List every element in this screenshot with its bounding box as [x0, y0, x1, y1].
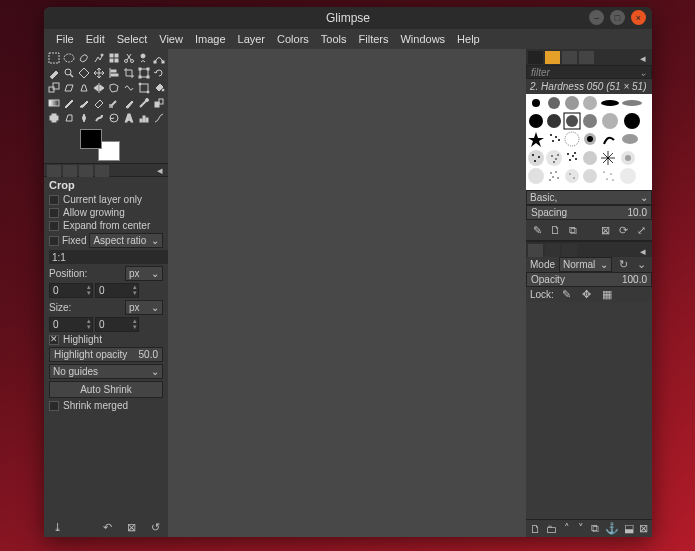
tab-history[interactable] [579, 51, 594, 64]
tab-device-status[interactable] [63, 165, 77, 177]
menu-tools[interactable]: Tools [315, 31, 353, 47]
fg-bg-color[interactable] [80, 129, 120, 161]
tool-flip[interactable] [92, 81, 106, 95]
layers-menu-icon[interactable]: ◂ [636, 244, 650, 258]
menu-filters[interactable]: Filters [353, 31, 395, 47]
tool-scale[interactable] [47, 81, 61, 95]
tool-bucket[interactable] [152, 81, 166, 95]
new-layer-icon[interactable]: 🗋 [530, 522, 541, 536]
tool-foreground-select[interactable] [137, 51, 151, 65]
menu-file[interactable]: File [50, 31, 80, 47]
open-as-image-icon[interactable]: ⤢ [634, 223, 648, 237]
tab-brushes[interactable] [528, 51, 543, 64]
lock-pixels-icon[interactable]: ✎ [560, 288, 574, 302]
menu-image[interactable]: Image [189, 31, 232, 47]
tool-pencil[interactable] [62, 96, 76, 110]
edit-brush-icon[interactable]: ✎ [530, 223, 544, 237]
tab-layers[interactable] [528, 244, 543, 257]
tool-curves[interactable] [152, 111, 166, 125]
mode-chevron-icon[interactable]: ⌄ [634, 258, 648, 272]
chk-current-layer[interactable] [49, 195, 59, 205]
brush-preset-combo[interactable]: Basic, [526, 190, 652, 205]
tool-paintbrush[interactable] [77, 96, 91, 110]
tool-smudge[interactable] [92, 111, 106, 125]
chk-fixed[interactable] [49, 236, 59, 246]
anchor-layer-icon[interactable]: ⚓ [605, 522, 619, 536]
refresh-brush-icon[interactable]: ⟳ [616, 223, 630, 237]
tool-rect-select[interactable] [47, 51, 61, 65]
tool-perspective-clone[interactable] [62, 111, 76, 125]
mode-switch-icon[interactable]: ↻ [616, 258, 630, 272]
titlebar[interactable]: Glimpse – □ × [44, 7, 652, 29]
tool-eraser[interactable] [92, 96, 106, 110]
slider-highlight-opacity[interactable]: Highlight opacity 50.0 [49, 347, 163, 362]
tool-color-select[interactable] [107, 51, 121, 65]
chk-highlight[interactable] [49, 335, 59, 345]
combo-size-unit[interactable]: px [125, 300, 163, 315]
tab-menu-icon[interactable]: ◂ [636, 51, 650, 65]
brush-filter[interactable]: filter⌄ [526, 65, 652, 79]
tool-ellipse-select[interactable] [62, 51, 76, 65]
tool-fuzzy-select[interactable] [92, 51, 106, 65]
menu-select[interactable]: Select [111, 31, 154, 47]
menu-edit[interactable]: Edit [80, 31, 111, 47]
tool-scissors[interactable] [122, 51, 136, 65]
tool-rotate[interactable] [152, 66, 166, 80]
tool-align[interactable] [107, 66, 121, 80]
input-pos-x[interactable]: 0▴▾ [49, 283, 93, 298]
layers-list[interactable] [526, 302, 652, 519]
delete-preset-icon[interactable]: ⊠ [124, 520, 138, 534]
delete-brush-icon[interactable]: ⊠ [598, 223, 612, 237]
tool-cage[interactable] [107, 81, 121, 95]
tab-undo-history[interactable] [79, 165, 93, 177]
menu-layer[interactable]: Layer [232, 31, 272, 47]
tool-measure[interactable] [77, 66, 91, 80]
tool-free-select[interactable] [77, 51, 91, 65]
tool-unified-transform[interactable] [137, 66, 151, 80]
tool-zoom[interactable] [62, 66, 76, 80]
chk-expand-center[interactable] [49, 221, 59, 231]
tab-images[interactable] [95, 165, 109, 177]
lock-alpha-icon[interactable]: ▦ [600, 288, 614, 302]
input-size-h[interactable]: 0▴▾ [95, 317, 139, 332]
brush-grid[interactable] [526, 94, 652, 190]
tool-crop[interactable] [122, 66, 136, 80]
tab-paths[interactable] [562, 244, 577, 257]
fg-color-swatch[interactable] [80, 129, 102, 149]
new-brush-icon[interactable]: 🗋 [548, 223, 562, 237]
tab-fonts[interactable] [562, 51, 577, 64]
merge-layer-icon[interactable]: ⬓ [624, 522, 634, 536]
tool-perspective[interactable] [77, 81, 91, 95]
menu-help[interactable]: Help [451, 31, 486, 47]
combo-guides[interactable]: No guides [49, 364, 163, 379]
duplicate-layer-icon[interactable]: ⧉ [591, 522, 600, 536]
new-group-icon[interactable]: 🗀 [546, 522, 557, 536]
tool-levels[interactable] [137, 111, 151, 125]
restore-preset-icon[interactable]: ↶ [100, 520, 114, 534]
chk-allow-growing[interactable] [49, 208, 59, 218]
tool-gradient[interactable] [47, 96, 61, 110]
combo-position-unit[interactable]: px [125, 266, 163, 281]
raise-layer-icon[interactable]: ˄ [562, 522, 571, 536]
tool-text[interactable]: A [122, 111, 136, 125]
collapse-icon[interactable]: ◂ [155, 165, 165, 175]
canvas-area[interactable] [168, 49, 526, 537]
minimize-button[interactable]: – [589, 10, 604, 25]
menu-colors[interactable]: Colors [271, 31, 315, 47]
input-pos-y[interactable]: 0▴▾ [95, 283, 139, 298]
duplicate-brush-icon[interactable]: ⧉ [566, 223, 580, 237]
delete-layer-icon[interactable]: ⊠ [639, 522, 648, 536]
save-preset-icon[interactable]: ⤓ [50, 520, 64, 534]
tool-airbrush[interactable] [107, 96, 121, 110]
chk-shrink-merged[interactable] [49, 401, 59, 411]
tool-move[interactable] [92, 66, 106, 80]
tool-dodge[interactable] [107, 111, 121, 125]
close-button[interactable]: × [631, 10, 646, 25]
input-ratio[interactable] [49, 250, 182, 264]
reset-preset-icon[interactable]: ↺ [148, 520, 162, 534]
lock-position-icon[interactable]: ✥ [580, 288, 594, 302]
input-size-w[interactable]: 0▴▾ [49, 317, 93, 332]
tool-warp[interactable] [122, 81, 136, 95]
menu-windows[interactable]: Windows [394, 31, 451, 47]
tool-heal[interactable] [47, 111, 61, 125]
